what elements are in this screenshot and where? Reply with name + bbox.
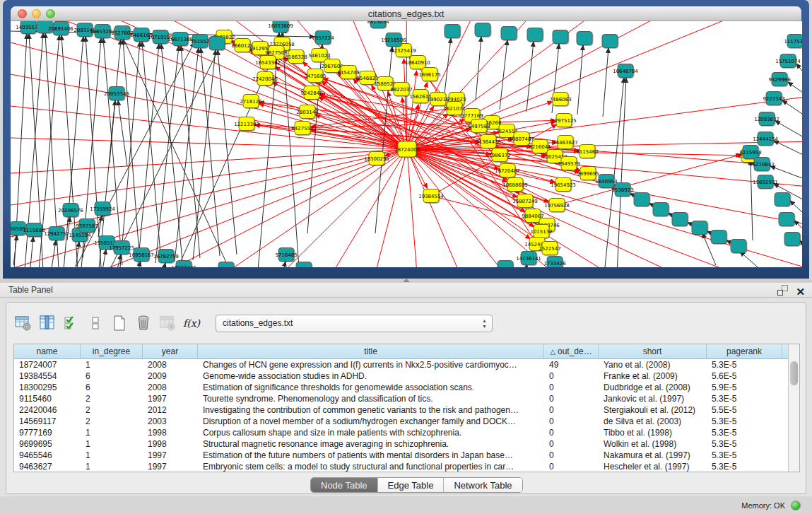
graph-node[interactable] xyxy=(49,227,64,240)
table-row[interactable]: 911546021997Tourette syndrome. Phenomeno… xyxy=(14,393,799,404)
graph-node[interactable] xyxy=(759,112,775,126)
graph-node[interactable] xyxy=(288,50,304,64)
table-row[interactable]: 1830029562008Estimation of significance … xyxy=(14,382,799,393)
graph-node[interactable] xyxy=(534,225,549,238)
tab-node-table[interactable]: Node Table xyxy=(311,478,378,492)
tab-network-table[interactable]: Network Table xyxy=(444,478,522,492)
graph-node[interactable] xyxy=(561,157,577,170)
graph-node[interactable] xyxy=(553,93,568,106)
graph-node[interactable] xyxy=(252,42,268,55)
graph-node[interactable] xyxy=(602,35,618,48)
window-titlebar[interactable]: citations_edges.txt xyxy=(11,6,801,21)
graph-node[interactable] xyxy=(599,175,614,188)
graph-node[interactable] xyxy=(410,56,425,69)
graph-node[interactable] xyxy=(517,194,533,208)
graph-node[interactable] xyxy=(430,93,446,106)
graph-node[interactable] xyxy=(26,223,42,237)
graph-node[interactable] xyxy=(295,122,310,135)
graph-node[interactable] xyxy=(239,117,254,131)
graph-node[interactable] xyxy=(109,87,124,100)
table-row[interactable]: 1938455462009Genome-wide association stu… xyxy=(14,370,799,382)
graph-node[interactable] xyxy=(501,27,517,40)
column-header-in_degree[interactable]: in_degree xyxy=(81,344,143,358)
graph-node[interactable] xyxy=(514,132,529,146)
graph-node[interactable] xyxy=(398,141,416,157)
graph-node[interactable] xyxy=(445,25,460,38)
graph-node[interactable] xyxy=(172,33,188,46)
column-header-short[interactable]: short xyxy=(599,344,707,358)
graph-node[interactable] xyxy=(192,35,208,48)
scrollbar-thumb[interactable] xyxy=(790,361,798,385)
column-header-pagerank[interactable]: pagerank xyxy=(707,344,782,358)
table-select[interactable]: citations_edges.txt ▲▼ xyxy=(216,315,493,332)
graph-node[interactable] xyxy=(447,102,462,115)
graph-node[interactable] xyxy=(99,236,114,250)
column-header-name[interactable]: name xyxy=(14,344,81,358)
graph-node[interactable] xyxy=(615,183,630,197)
graph-node[interactable] xyxy=(341,66,356,79)
table-row[interactable]: 946554611997Estimation of the future num… xyxy=(14,450,799,461)
table-row[interactable]: 1872400712008Changes of HCN gene express… xyxy=(14,359,799,370)
select-all-button[interactable] xyxy=(61,314,81,332)
graph-node[interactable] xyxy=(257,72,273,86)
splitter-grip-icon[interactable] xyxy=(403,279,410,282)
graph-node[interactable] xyxy=(300,105,315,119)
graph-node[interactable] xyxy=(634,193,649,206)
graph-node[interactable] xyxy=(63,204,78,217)
graph-node[interactable] xyxy=(11,222,25,235)
deselect-all-button[interactable] xyxy=(86,314,105,332)
column-header-year[interactable]: year xyxy=(143,344,198,358)
graph-node[interactable] xyxy=(743,146,758,159)
graph-node[interactable] xyxy=(547,257,563,268)
graph-node[interactable] xyxy=(527,28,543,42)
graph-node[interactable] xyxy=(114,241,129,255)
graph-node[interactable] xyxy=(218,262,234,268)
select-columns-button[interactable] xyxy=(37,314,57,332)
graph-node[interactable] xyxy=(579,145,595,158)
graph-node[interactable] xyxy=(787,35,802,48)
graph-node[interactable] xyxy=(547,150,563,163)
table-row[interactable]: 969969511998Structural magnetic resonanc… xyxy=(14,438,799,450)
graph-node[interactable] xyxy=(618,64,633,78)
graph-node[interactable] xyxy=(370,21,386,28)
table-scrollbar[interactable] xyxy=(788,344,799,472)
graph-node[interactable] xyxy=(784,233,800,246)
graph-node[interactable] xyxy=(95,202,110,216)
graph-node[interactable] xyxy=(542,242,558,255)
graph-node[interactable] xyxy=(53,22,69,35)
column-header-title[interactable]: title xyxy=(198,344,544,358)
graph-node[interactable] xyxy=(754,158,770,171)
graph-node[interactable] xyxy=(711,230,726,244)
float-panel-button[interactable] xyxy=(777,285,788,296)
graph-node[interactable] xyxy=(766,92,782,105)
graph-node[interactable] xyxy=(549,199,565,212)
graph-node[interactable] xyxy=(37,21,52,33)
graph-node[interactable] xyxy=(653,203,669,216)
graph-node[interactable] xyxy=(296,262,312,268)
graph-node[interactable] xyxy=(772,73,787,86)
graph-node[interactable] xyxy=(20,21,36,34)
graph-node[interactable] xyxy=(758,175,773,189)
graph-node[interactable] xyxy=(153,30,168,44)
graph-node[interactable] xyxy=(758,132,773,146)
graph-node[interactable] xyxy=(304,86,319,100)
table-row[interactable]: 946362711997Embryonic stem cells: a mode… xyxy=(14,461,799,472)
table-row[interactable]: 1456911722003Disruption of a novel membe… xyxy=(14,416,799,427)
graph-node[interactable] xyxy=(556,114,572,127)
graph-node[interactable] xyxy=(779,213,794,226)
graph-node[interactable] xyxy=(555,178,571,192)
graph-node[interactable] xyxy=(498,261,513,268)
graph-node[interactable] xyxy=(475,23,490,37)
graph-node[interactable] xyxy=(176,261,192,268)
graph-node[interactable] xyxy=(558,136,573,149)
graph-node[interactable] xyxy=(243,95,259,108)
graph-node[interactable] xyxy=(134,248,149,262)
graph-node[interactable] xyxy=(369,152,384,165)
graph-node[interactable] xyxy=(377,77,393,90)
graph-node[interactable] xyxy=(95,25,110,38)
table-settings-button[interactable] xyxy=(13,314,33,332)
graph-node[interactable] xyxy=(471,119,487,133)
graph-node[interactable] xyxy=(532,140,548,153)
function-builder-button[interactable]: f(x) xyxy=(182,314,201,332)
graph-node[interactable] xyxy=(775,193,790,206)
